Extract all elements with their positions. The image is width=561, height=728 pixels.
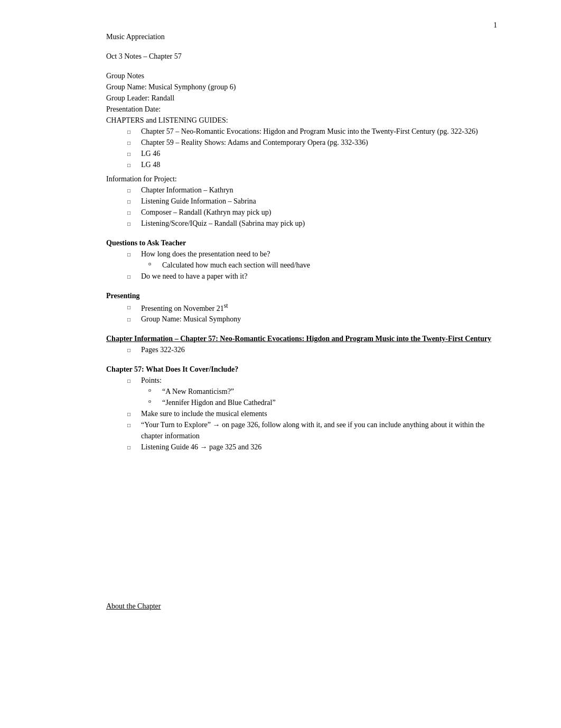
list-item: □ LG 46 <box>106 148 497 159</box>
chapters-list: □ Chapter 57 – Neo-Romantic Evocations: … <box>106 126 497 170</box>
list-item: o Calculated how much each section will … <box>106 260 497 271</box>
chapter57-points-label: Points: <box>141 375 497 386</box>
chapter-info-item-1: Pages 322-326 <box>141 344 497 355</box>
list-item: □ Points: <box>106 375 497 386</box>
bullet-icon: □ <box>127 161 138 169</box>
presentation-date: Presentation Date: <box>106 104 497 115</box>
page-title-section: Oct 3 Notes – Chapter 57 <box>106 51 497 62</box>
bullet-icon: □ <box>127 444 138 451</box>
list-item: □ Pages 322-326 <box>106 344 497 355</box>
list-item: □ Group Name: Musical Symphony <box>106 314 497 325</box>
chapter-item-1: Chapter 57 – Neo-Romantic Evocations: Hi… <box>141 126 497 137</box>
list-item: □ Chapter 59 – Reality Shows: Adams and … <box>106 137 497 148</box>
chapter57-item-3: Listening Guide 46 → page 325 and 326 <box>141 441 497 453</box>
chapter57-point-1: “A New Romanticism?” <box>162 386 497 397</box>
presenting-item-2: Group Name: Musical Symphony <box>141 314 497 325</box>
sub-bullet-icon: o <box>148 386 159 394</box>
project-item-3: Composer – Randall (Kathryn may pick up) <box>141 207 497 218</box>
project-item-1: Chapter Information – Kathryn <box>141 185 497 196</box>
questions-section: Questions to Ask Teacher □ How long does… <box>106 237 497 282</box>
bullet-icon: □ <box>127 198 138 206</box>
bullet-icon: □ <box>127 410 138 418</box>
list-item: o “A New Romanticism?” <box>106 386 497 397</box>
chapter57-list: □ Points: <box>106 375 497 386</box>
chapters-label: CHAPTERS and LISTENING GUIDES: <box>106 115 497 126</box>
presenting-label: Presenting <box>106 290 497 301</box>
question-item-2: Do we need to have a paper with it? <box>141 271 497 282</box>
bullet-icon: □ <box>127 220 138 228</box>
group-leader: Group Leader: Randall <box>106 93 497 104</box>
list-item: □ Composer – Randall (Kathryn may pick u… <box>106 207 497 218</box>
questions-list-2: □ Do we need to have a paper with it? <box>106 271 497 282</box>
bullet-icon: □ <box>127 209 138 217</box>
chapter-info-section: Chapter Information – Chapter 57: Neo-Ro… <box>106 333 497 355</box>
bullet-icon: □ <box>127 139 138 147</box>
list-item: □ Chapter Information – Kathryn <box>106 185 497 196</box>
bullet-icon: □ <box>127 187 138 195</box>
sub-bullet-icon: o <box>148 397 159 405</box>
list-item: □ Do we need to have a paper with it? <box>106 271 497 282</box>
questions-label: Questions to Ask Teacher <box>106 237 497 248</box>
group-name: Group Name: Musical Symphony (group 6) <box>106 81 497 93</box>
chapter57-point-2: “Jennifer Higdon and Blue Cathedral” <box>162 397 497 408</box>
project-item-4: Listening/Score/IQuiz – Randall (Sabrina… <box>141 218 497 229</box>
chapter-info-list: □ Pages 322-326 <box>106 344 497 355</box>
list-item: □ “Your Turn to Explore” → on page 326, … <box>106 419 497 441</box>
list-item: □ Make sure to include the musical eleme… <box>106 408 497 419</box>
sub-bullet-icon: o <box>148 260 159 268</box>
page-title: Oct 3 Notes – Chapter 57 <box>106 51 497 62</box>
question-sub-item-1: Calculated how much each section will ne… <box>162 260 497 271</box>
chapter57-label: Chapter 57: What Does It Cover/Include? <box>106 364 497 375</box>
list-item: □ How long does the presentation need to… <box>106 248 497 260</box>
about-chapter-section: About the Chapter <box>106 601 497 612</box>
bullet-icon: □ <box>127 273 138 281</box>
bullet-icon: □ <box>127 377 138 385</box>
list-item: □ Presenting on November 21st <box>106 301 497 314</box>
list-item: □ Listening Guide Information – Sabrina <box>106 196 497 207</box>
app-title: Music Appreciation <box>106 33 165 41</box>
chapter-item-3: LG 46 <box>141 148 497 159</box>
list-item: o “Jennifer Higdon and Blue Cathedral” <box>106 397 497 408</box>
page: Music Appreciation 1 Oct 3 Notes – Chapt… <box>64 0 497 643</box>
about-chapter-label: About the Chapter <box>106 601 497 612</box>
list-item: □ Chapter 57 – Neo-Romantic Evocations: … <box>106 126 497 137</box>
chapter57-extra-list: □ Make sure to include the musical eleme… <box>106 408 497 453</box>
chapter57-section: Chapter 57: What Does It Cover/Include? … <box>106 364 497 453</box>
questions-sub-list: o Calculated how much each section will … <box>106 260 497 271</box>
group-notes-label: Group Notes <box>106 70 497 81</box>
project-info-section: Information for Project: □ Chapter Infor… <box>106 173 497 229</box>
chapter-item-2: Chapter 59 – Reality Shows: Adams and Co… <box>141 137 497 148</box>
presenting-item-1: Presenting on November 21st <box>141 301 497 314</box>
project-info-list: □ Chapter Information – Kathryn □ Listen… <box>106 185 497 229</box>
bullet-icon: □ <box>127 128 138 136</box>
bullet-icon: □ <box>127 303 138 311</box>
group-notes-section: Group Notes Group Name: Musical Symphony… <box>106 70 497 170</box>
chapter57-points-list: o “A New Romanticism?” o “Jennifer Higdo… <box>106 386 497 408</box>
bullet-icon: □ <box>127 316 138 324</box>
questions-list: □ How long does the presentation need to… <box>106 248 497 260</box>
list-item: □ Listening/Score/IQuiz – Randall (Sabri… <box>106 218 497 229</box>
chapter-item-4: LG 48 <box>141 159 497 170</box>
chapter-info-label: Chapter Information – Chapter 57: Neo-Ro… <box>106 333 497 344</box>
project-info-label: Information for Project: <box>106 173 497 185</box>
bullet-icon: □ <box>127 346 138 354</box>
list-item: □ Listening Guide 46 → page 325 and 326 <box>106 441 497 453</box>
bullet-icon: □ <box>127 150 138 158</box>
bullet-icon: □ <box>127 421 138 429</box>
presenting-list: □ Presenting on November 21st □ Group Na… <box>106 301 497 325</box>
list-item: □ LG 48 <box>106 159 497 170</box>
chapter57-item-2: “Your Turn to Explore” → on page 326, fo… <box>141 419 497 441</box>
page-number: 1 <box>493 21 497 30</box>
bullet-icon: □ <box>127 251 138 259</box>
chapter57-item-1: Make sure to include the musical element… <box>141 408 497 419</box>
question-item-1: How long does the presentation need to b… <box>141 248 497 260</box>
project-item-2: Listening Guide Information – Sabrina <box>141 196 497 207</box>
presenting-section: Presenting □ Presenting on November 21st… <box>106 290 497 325</box>
